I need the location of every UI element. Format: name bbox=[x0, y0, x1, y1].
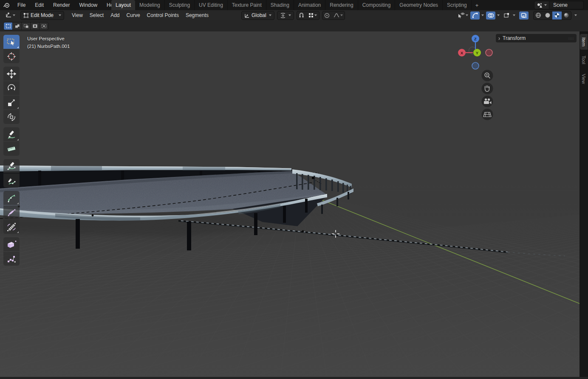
zoom-button[interactable] bbox=[482, 70, 493, 81]
select-mode-extend[interactable] bbox=[13, 22, 22, 30]
tool-measure[interactable] bbox=[3, 142, 20, 156]
tool-scale[interactable] bbox=[3, 95, 20, 109]
workspace-tab-modeling[interactable]: Modeling bbox=[135, 0, 165, 10]
blender-logo-icon[interactable] bbox=[0, 2, 13, 9]
object-visibility-dropdown[interactable] bbox=[458, 12, 468, 18]
menu-control-points[interactable]: Control Points bbox=[144, 12, 182, 18]
pivot-point-dropdown[interactable] bbox=[277, 11, 294, 20]
tool-cursor[interactable] bbox=[3, 49, 20, 63]
toggle-xray-button[interactable] bbox=[519, 11, 529, 20]
tool-settings-bar bbox=[0, 20, 588, 31]
edit-mode-overlays-button[interactable] bbox=[502, 11, 511, 20]
chevron-down-icon bbox=[340, 14, 343, 16]
shading-wireframe-button[interactable] bbox=[534, 11, 543, 20]
tool-radius[interactable] bbox=[3, 205, 20, 219]
workspace-tab-shading[interactable]: Shading bbox=[266, 0, 294, 10]
snap-toggle-button[interactable] bbox=[297, 11, 306, 20]
sidebar-tab-view[interactable]: View bbox=[580, 70, 588, 87]
gizmo-minus-z-axis[interactable] bbox=[472, 62, 479, 69]
menu-view[interactable]: View bbox=[68, 12, 86, 18]
edit-mode-overlays-group bbox=[502, 11, 515, 20]
snap-target-dropdown[interactable] bbox=[306, 11, 319, 20]
show-overlays-button[interactable] bbox=[486, 11, 495, 20]
snapping-group bbox=[297, 11, 319, 20]
tool-transform[interactable] bbox=[3, 110, 20, 124]
gizmo-minus-x-axis[interactable] bbox=[486, 49, 492, 56]
sidebar-tab-strip: Item Tool View bbox=[580, 31, 588, 377]
workspace-tab-scripting[interactable]: Scripting bbox=[443, 0, 472, 10]
panel-drag-grip-icon[interactable]: :::: bbox=[568, 36, 574, 40]
show-gizmos-button[interactable] bbox=[470, 11, 480, 20]
chevron-down-icon bbox=[466, 14, 468, 16]
snap-target-icon bbox=[308, 13, 314, 18]
transform-panel-header[interactable]: › Transform :::: bbox=[496, 34, 577, 42]
orientation-label: Global bbox=[252, 12, 266, 18]
workspace-tab-layout[interactable]: Layout bbox=[111, 0, 135, 10]
workspace-tab-uv-editing[interactable]: UV Editing bbox=[195, 0, 228, 10]
edit-overlays-icon bbox=[503, 13, 509, 18]
sidebar-tab-tool[interactable]: Tool bbox=[580, 52, 588, 67]
tool-extrude-to-cursor[interactable] bbox=[3, 252, 20, 266]
mode-selector[interactable]: Edit Mode bbox=[20, 11, 64, 20]
sidebar-tab-item[interactable]: Item bbox=[580, 34, 588, 50]
camera-view-button[interactable] bbox=[482, 96, 493, 107]
workspace-tab-sculpting[interactable]: Sculpting bbox=[165, 0, 195, 10]
viewport-3d[interactable]: Z X Y bbox=[0, 0, 588, 379]
tool-tilt[interactable] bbox=[3, 191, 20, 205]
menu-render[interactable]: Render bbox=[48, 0, 74, 10]
shading-solid-button[interactable] bbox=[543, 11, 552, 20]
orientation-axes-icon bbox=[244, 13, 250, 18]
scene-icon bbox=[537, 3, 543, 8]
tool-move[interactable] bbox=[3, 67, 20, 81]
add-workspace-button[interactable]: + bbox=[472, 0, 483, 10]
tool-rotate[interactable] bbox=[3, 81, 20, 95]
menu-curve[interactable]: Curve bbox=[123, 12, 144, 18]
shading-rendered-button[interactable] bbox=[562, 11, 571, 20]
pan-hand-button[interactable] bbox=[482, 83, 493, 94]
tool-select-box[interactable] bbox=[3, 35, 20, 49]
proportional-circle-icon bbox=[324, 13, 330, 18]
panel-expand-icon[interactable]: › bbox=[498, 35, 500, 42]
scene-browse-button[interactable] bbox=[534, 1, 549, 9]
show-gizmos-group bbox=[470, 11, 484, 20]
menu-file[interactable]: File bbox=[13, 0, 30, 10]
select-mode-intersect[interactable] bbox=[40, 22, 48, 30]
select-mode-subtract[interactable] bbox=[22, 22, 31, 30]
falloff-curve-icon bbox=[334, 13, 339, 18]
gizmo-x-label: X bbox=[461, 51, 464, 55]
tool-curve-pen[interactable] bbox=[3, 174, 20, 188]
viewport-header: Edit Mode View Select Add Curve Control … bbox=[0, 10, 588, 20]
select-mode-set[interactable] bbox=[4, 22, 13, 30]
proportional-falloff-dropdown[interactable] bbox=[332, 11, 345, 20]
transform-orientation-dropdown[interactable]: Global bbox=[241, 11, 274, 20]
proportional-edit-group bbox=[322, 11, 345, 20]
material-preview-sphere-icon bbox=[554, 12, 560, 18]
workspace-tab-geometry-nodes[interactable]: Geometry Nodes bbox=[395, 0, 443, 10]
chevron-down-icon bbox=[269, 14, 271, 16]
tool-randomize[interactable] bbox=[3, 220, 20, 234]
active-object-label: (21) NurbsPath.001 bbox=[27, 42, 70, 50]
toggle-perspective-button[interactable] bbox=[482, 109, 493, 120]
viewport-scene: Z X Y bbox=[0, 0, 588, 379]
edit-mode-icon bbox=[23, 13, 29, 18]
menu-select[interactable]: Select bbox=[86, 12, 107, 18]
menu-add[interactable]: Add bbox=[107, 12, 123, 18]
workspace-tab-animation[interactable]: Animation bbox=[294, 0, 325, 10]
menu-edit[interactable]: Edit bbox=[30, 0, 48, 10]
workspace-tab-rendering[interactable]: Rendering bbox=[325, 0, 358, 10]
tool-extrude[interactable] bbox=[3, 237, 20, 251]
proportional-editing-button[interactable] bbox=[322, 11, 332, 20]
workspace-tab-texture-paint[interactable]: Texture Paint bbox=[228, 0, 266, 10]
tool-annotate[interactable] bbox=[3, 127, 20, 141]
select-mode-invert[interactable] bbox=[31, 22, 40, 30]
scene-name-field[interactable]: Scene bbox=[549, 1, 584, 9]
chevron-down-icon bbox=[513, 14, 515, 16]
menu-segments[interactable]: Segments bbox=[182, 12, 212, 18]
editor-type-button[interactable] bbox=[3, 11, 17, 20]
shading-material-preview-button[interactable] bbox=[552, 11, 562, 20]
menu-window[interactable]: Window bbox=[74, 0, 102, 10]
workspace-tab-compositing[interactable]: Compositing bbox=[358, 0, 396, 10]
gizmo-arrow-icon bbox=[472, 12, 478, 18]
shading-mode-group bbox=[533, 11, 571, 20]
tool-draw[interactable] bbox=[3, 159, 20, 173]
